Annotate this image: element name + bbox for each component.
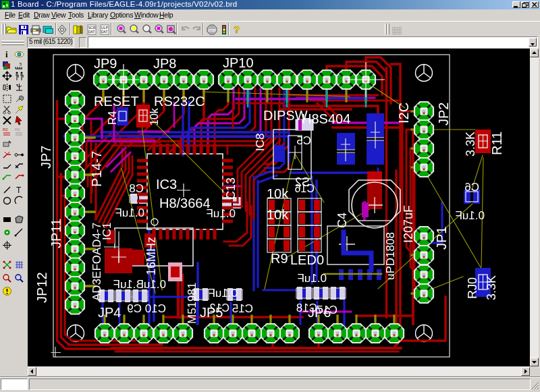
svg-text:i: i — [5, 49, 8, 59]
svg-text:P14-7: P14-7 — [89, 151, 104, 187]
svg-text:M51981: M51981 — [186, 283, 198, 324]
svg-text:I207uF: I207uF — [402, 205, 415, 243]
svg-text:?: ? — [234, 24, 240, 35]
svg-text:3.3K: 3.3K — [464, 132, 477, 157]
svg-text:JP8: JP8 — [153, 56, 176, 71]
svg-text:DIPSW: DIPSW — [263, 108, 308, 123]
svg-text:0.1uF: 0.1uF — [209, 287, 238, 300]
svg-text:10k: 10k — [148, 107, 160, 125]
svg-text:3.3K: 3.3K — [485, 275, 498, 300]
svg-text:LED0: LED0 — [290, 252, 324, 267]
svg-text:JP12: JP12 — [34, 272, 49, 303]
svg-text:uPD1808: uPD1808 — [384, 232, 397, 280]
svg-text:0.1uF: 0.1uF — [298, 272, 327, 285]
svg-text:C16: C16 — [295, 183, 315, 194]
svg-text:C13: C13 — [224, 177, 238, 200]
svg-text:0.1uB.1uF: 0.1uB.1uF — [113, 278, 166, 291]
svg-text:10k: 10k — [267, 186, 289, 201]
svg-text:10k: 10k — [267, 207, 289, 222]
svg-text:C5: C5 — [296, 134, 311, 147]
svg-text:C15: C15 — [232, 302, 253, 315]
svg-text:JP11: JP11 — [49, 219, 63, 248]
svg-text:0.1uF: 0.1uF — [115, 206, 144, 219]
svg-text:IC1: IC1 — [101, 223, 113, 240]
svg-text:JP10: JP10 — [223, 55, 254, 70]
svg-text:C17: C17 — [317, 304, 338, 316]
svg-text:C12: C12 — [210, 302, 230, 314]
svg-text:R11: R11 — [489, 132, 504, 155]
svg-text:C4: C4 — [335, 213, 349, 228]
svg-text:RESET: RESET — [94, 94, 139, 109]
svg-text:0.1uF: 0.1uF — [207, 207, 236, 220]
svg-text:DAT: DAT — [88, 30, 95, 34]
svg-text:16MHz: 16MHz — [144, 237, 158, 275]
svg-text:R4: R4 — [107, 111, 118, 125]
svg-text:H8/3664: H8/3664 — [159, 196, 211, 211]
svg-text:JP9: JP9 — [94, 56, 117, 71]
svg-text:JP7: JP7 — [38, 146, 53, 169]
svg-text:JP2: JP2 — [436, 103, 451, 125]
svg-text:5: 5 — [20, 62, 22, 66]
svg-text:C10: C10 — [145, 302, 166, 315]
svg-text:C6: C6 — [464, 181, 479, 194]
svg-text:RJ0: RJ0 — [466, 277, 479, 299]
svg-text:T: T — [16, 186, 22, 195]
svg-text:JP4: JP4 — [98, 305, 121, 320]
svg-text:IC3: IC3 — [156, 177, 177, 192]
svg-text:IC8: IC8 — [254, 134, 267, 151]
svg-text:JP1: JP1 — [434, 227, 449, 250]
svg-text:C18: C18 — [296, 302, 317, 314]
svg-text:C9: C9 — [127, 302, 142, 315]
svg-text:R2: R2 — [15, 128, 20, 132]
svg-text:R9: R9 — [271, 251, 288, 266]
svg-text:R2: R2 — [3, 128, 8, 132]
svg-text:C8: C8 — [129, 182, 144, 195]
svg-text:RS232C: RS232C — [154, 94, 205, 109]
svg-text:DAT: DAT — [101, 30, 108, 34]
svg-text:0.1uF: 0.1uF — [456, 209, 485, 222]
svg-text:I2C: I2C — [396, 103, 411, 123]
svg-text:H8S404: H8S404 — [302, 111, 350, 126]
svg-text:STOP: STOP — [208, 28, 216, 32]
